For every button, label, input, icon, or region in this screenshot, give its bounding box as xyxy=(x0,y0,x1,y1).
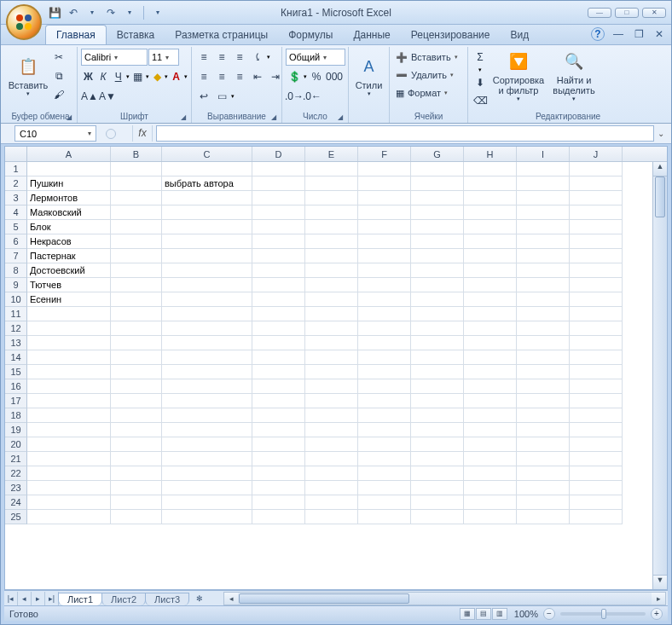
row-header-14[interactable]: 14 xyxy=(5,350,27,365)
cell-A14[interactable] xyxy=(27,350,111,365)
cell-J9[interactable] xyxy=(570,278,623,292)
autosum-icon[interactable]: Σ xyxy=(472,49,489,66)
cell-I15[interactable] xyxy=(517,365,570,379)
cell-C25[interactable] xyxy=(162,510,252,524)
cell-A5[interactable]: Блок xyxy=(27,220,111,234)
cell-F2[interactable] xyxy=(358,177,411,191)
undo-icon[interactable]: ↶ xyxy=(67,6,80,20)
cell-J16[interactable] xyxy=(570,379,623,394)
currency-icon[interactable]: 💲 xyxy=(286,68,303,85)
cancel-formula-icon[interactable] xyxy=(106,129,116,139)
cell-B5[interactable] xyxy=(111,220,162,234)
cell-J25[interactable] xyxy=(570,510,623,524)
cell-G24[interactable] xyxy=(411,495,464,510)
cell-C11[interactable] xyxy=(162,307,252,321)
cell-H15[interactable] xyxy=(464,365,517,379)
cell-B22[interactable] xyxy=(111,466,162,481)
cell-A21[interactable] xyxy=(27,452,111,466)
cell-F11[interactable] xyxy=(358,307,411,321)
cell-A7[interactable]: Пастернак xyxy=(27,249,111,263)
cell-G13[interactable] xyxy=(411,336,464,350)
column-header-C[interactable]: C xyxy=(162,147,252,161)
cell-D21[interactable] xyxy=(252,452,305,466)
cell-I14[interactable] xyxy=(517,350,570,365)
cell-A16[interactable] xyxy=(27,379,111,394)
cell-E23[interactable] xyxy=(305,481,358,495)
cell-C6[interactable] xyxy=(162,234,252,249)
bold-icon[interactable]: Ж xyxy=(81,68,96,85)
row-header-11[interactable]: 11 xyxy=(5,307,27,321)
cell-J6[interactable] xyxy=(570,234,623,249)
cell-F10[interactable] xyxy=(358,292,411,307)
cell-C1[interactable] xyxy=(162,162,252,177)
cell-I23[interactable] xyxy=(517,481,570,495)
cell-J18[interactable] xyxy=(570,408,623,423)
cell-B11[interactable] xyxy=(111,307,162,321)
styles-button[interactable]: A Стили ▾ xyxy=(352,49,385,105)
cell-J8[interactable] xyxy=(570,263,623,278)
tab-разметка страницы[interactable]: Разметка страницы xyxy=(165,26,278,44)
cell-I8[interactable] xyxy=(517,263,570,278)
cell-H3[interactable] xyxy=(464,191,517,205)
cell-J13[interactable] xyxy=(570,336,623,350)
cell-I2[interactable] xyxy=(517,177,570,191)
cell-F13[interactable] xyxy=(358,336,411,350)
sheet-tab-Лист2[interactable]: Лист2 xyxy=(101,593,146,605)
cell-E13[interactable] xyxy=(305,336,358,350)
cell-F8[interactable] xyxy=(358,263,411,278)
maximize-button[interactable]: □ xyxy=(615,8,639,18)
cell-F14[interactable] xyxy=(358,350,411,365)
cell-J14[interactable] xyxy=(570,350,623,365)
cell-I5[interactable] xyxy=(517,220,570,234)
cell-A17[interactable] xyxy=(27,394,111,408)
cell-A18[interactable] xyxy=(27,408,111,423)
column-header-H[interactable]: H xyxy=(464,147,517,161)
tab-рецензирование[interactable]: Рецензирование xyxy=(401,26,501,44)
cell-J24[interactable] xyxy=(570,495,623,510)
row-header-18[interactable]: 18 xyxy=(5,408,27,423)
row-header-15[interactable]: 15 xyxy=(5,365,27,379)
cell-I6[interactable] xyxy=(517,234,570,249)
cell-I17[interactable] xyxy=(517,394,570,408)
cell-F25[interactable] xyxy=(358,510,411,524)
cell-J2[interactable] xyxy=(570,177,623,191)
cell-H14[interactable] xyxy=(464,350,517,365)
cell-H19[interactable] xyxy=(464,423,517,437)
cell-J5[interactable] xyxy=(570,220,623,234)
row-header-16[interactable]: 16 xyxy=(5,379,27,394)
column-header-F[interactable]: F xyxy=(358,147,411,161)
cell-E6[interactable] xyxy=(305,234,358,249)
cell-G23[interactable] xyxy=(411,481,464,495)
cell-I24[interactable] xyxy=(517,495,570,510)
cell-B19[interactable] xyxy=(111,423,162,437)
row-header-23[interactable]: 23 xyxy=(5,481,27,495)
cell-J21[interactable] xyxy=(570,452,623,466)
horizontal-scrollbar[interactable]: ◂ ▸ xyxy=(223,592,666,605)
number-format-combo[interactable]: Общий▾ xyxy=(286,49,345,66)
cell-I7[interactable] xyxy=(517,249,570,263)
cell-F7[interactable] xyxy=(358,249,411,263)
cell-G10[interactable] xyxy=(411,292,464,307)
cell-C21[interactable] xyxy=(162,452,252,466)
cell-F9[interactable] xyxy=(358,278,411,292)
scroll-right-icon[interactable]: ▸ xyxy=(652,593,665,605)
cell-J23[interactable] xyxy=(570,481,623,495)
cell-C23[interactable] xyxy=(162,481,252,495)
cell-H8[interactable] xyxy=(464,263,517,278)
prev-sheet-icon[interactable]: ◂ xyxy=(18,592,32,605)
row-header-17[interactable]: 17 xyxy=(5,394,27,408)
cell-C3[interactable] xyxy=(162,191,252,205)
cell-D15[interactable] xyxy=(252,365,305,379)
cell-H24[interactable] xyxy=(464,495,517,510)
expand-formula-bar-icon[interactable]: ⌄ xyxy=(654,129,668,138)
cell-A11[interactable] xyxy=(27,307,111,321)
italic-icon[interactable]: К xyxy=(96,68,111,85)
cell-C20[interactable] xyxy=(162,437,252,452)
cell-G14[interactable] xyxy=(411,350,464,365)
cell-C5[interactable] xyxy=(162,220,252,234)
restore-window-icon[interactable]: ❐ xyxy=(632,27,646,41)
cell-D22[interactable] xyxy=(252,466,305,481)
page-break-view-icon[interactable]: ▥ xyxy=(492,608,507,620)
cell-E7[interactable] xyxy=(305,249,358,263)
cell-B8[interactable] xyxy=(111,263,162,278)
